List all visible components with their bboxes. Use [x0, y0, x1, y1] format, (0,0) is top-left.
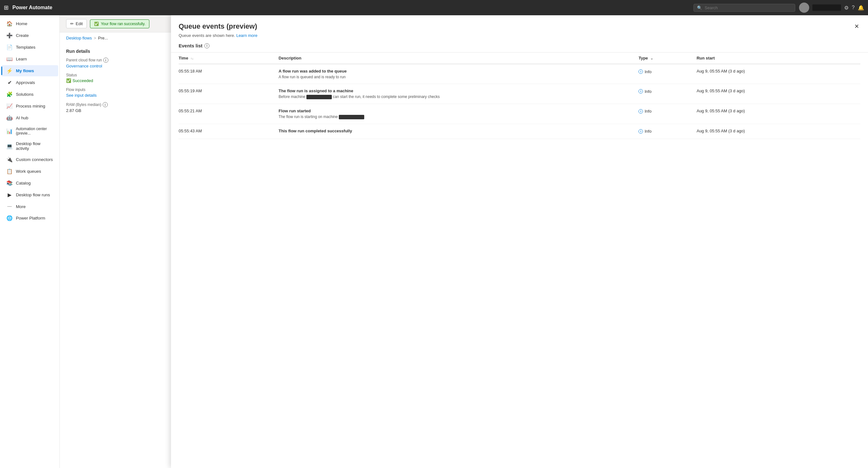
home-icon: 🏠 — [6, 21, 13, 27]
panel-title-row: Queue events (preview) ✕ — [179, 22, 860, 31]
sidebar-item-solutions[interactable]: 🧩 Solutions — [1, 89, 58, 100]
search-input[interactable] — [705, 5, 792, 10]
events-table: Time ↑↓ Description Type ⌄ Run — [179, 53, 860, 139]
sidebar-item-label: Templates — [16, 45, 36, 50]
breadcrumb-desktop-flows[interactable]: Desktop flows — [66, 36, 92, 40]
sidebar-item-custom-connectors[interactable]: 🔌 Custom connectors — [1, 154, 58, 165]
panel-header: Queue events (preview) ✕ Queue events ar… — [171, 15, 868, 53]
success-icon: ✅ — [94, 22, 99, 26]
cell-type-2: i Info — [639, 84, 697, 104]
panel-close-button[interactable]: ✕ — [853, 22, 860, 31]
sidebar-item-label: Catalog — [16, 181, 31, 185]
cell-time-4: 05:55:43 AM — [179, 124, 279, 139]
sidebar-item-label: More — [16, 204, 26, 209]
sidebar-item-process-mining[interactable]: 📈 Process mining — [1, 100, 58, 112]
sidebar-item-my-flows[interactable]: ⚡ My flows — [1, 65, 58, 76]
sidebar-item-create[interactable]: ➕ Create — [1, 30, 58, 41]
check-icon: ✅ — [66, 78, 71, 83]
type-badge-3: i Info — [639, 109, 652, 114]
col-description: Description — [279, 53, 639, 64]
success-banner: ✅ Your flow ran successfully. — [90, 20, 149, 28]
sidebar-item-label: Approvals — [16, 80, 35, 85]
sidebar-item-automation-center[interactable]: 📊 Automation center (previe... — [1, 124, 58, 138]
cell-type-3: i Info — [639, 104, 697, 124]
info-dot-icon: i — [639, 109, 643, 114]
sidebar-item-home[interactable]: 🏠 Home — [1, 18, 58, 29]
catalog-icon: 📚 — [6, 180, 13, 186]
redacted-machine-name-2 — [339, 115, 364, 119]
sidebar-item-label: Automation center (previe... — [16, 127, 53, 136]
grid-icon[interactable]: ⊞ — [4, 4, 8, 11]
sidebar: 🏠 Home ➕ Create 📄 Templates 📖 Learn ⚡ My… — [0, 15, 60, 468]
ram-info-icon: i — [103, 102, 108, 107]
panel-body: Time ↑↓ Description Type ⌄ Run — [171, 53, 868, 468]
sidebar-item-label: My flows — [16, 68, 34, 73]
cell-time-2: 05:55:19 AM — [179, 84, 279, 104]
sidebar-item-label: Desktop flow runs — [16, 193, 50, 197]
info-dot-icon: i — [639, 89, 643, 93]
cell-type-1: i Info — [639, 64, 697, 84]
sidebar-item-label: AI hub — [16, 116, 28, 120]
cell-runstart-4: Aug 9, 05:55 AM (3 d ago) — [697, 124, 860, 139]
custom-connectors-icon: 🔌 — [6, 156, 13, 163]
search-icon: 🔍 — [697, 5, 702, 10]
sidebar-item-desktop-flow-activity[interactable]: 💻 Desktop flow activity — [1, 139, 58, 153]
redacted-machine-name-1 — [306, 95, 332, 99]
sidebar-item-catalog[interactable]: 📚 Catalog — [1, 178, 58, 189]
redacted-name — [812, 4, 841, 11]
sidebar-item-desktop-flow-runs[interactable]: ▶ Desktop flow runs — [1, 189, 58, 200]
sidebar-item-work-queues[interactable]: 📋 Work queues — [1, 166, 58, 177]
topbar: ⊞ Power Automate 🔍 ⚙ ? 🔔 — [0, 0, 868, 15]
cell-desc-2: The flow run is assigned to a machine Be… — [279, 84, 639, 104]
approvals-icon: ✔ — [6, 80, 13, 86]
table-header-row: Time ↑↓ Description Type ⌄ Run — [179, 53, 860, 64]
sidebar-item-label: Work queues — [16, 169, 41, 174]
cell-desc-4: This flow run completed successfully — [279, 124, 639, 139]
col-time: Time ↑↓ — [179, 53, 279, 64]
search-bar[interactable]: 🔍 — [693, 4, 795, 12]
info-icon: i — [103, 58, 108, 63]
templates-icon: 📄 — [6, 44, 13, 50]
work-queues-icon: 📋 — [6, 168, 13, 174]
help-icon[interactable]: ? — [852, 5, 855, 10]
edit-icon: ✏ — [70, 21, 74, 26]
notifications-icon[interactable]: 🔔 — [858, 5, 864, 11]
sidebar-item-label: Custom connectors — [16, 157, 53, 162]
panel-title: Queue events (preview) — [179, 22, 257, 31]
queue-events-panel: Queue events (preview) ✕ Queue events ar… — [171, 15, 868, 468]
sidebar-item-more[interactable]: ··· More — [1, 201, 58, 212]
sidebar-item-approvals[interactable]: ✔ Approvals — [1, 77, 58, 88]
sidebar-item-learn[interactable]: 📖 Learn — [1, 54, 58, 65]
edit-button[interactable]: ✏ Edit — [66, 19, 87, 28]
app-brand: Power Automate — [12, 5, 690, 10]
sidebar-item-label: Process mining — [16, 104, 45, 109]
my-flows-icon: ⚡ — [6, 68, 13, 74]
sidebar-item-label: Create — [16, 33, 29, 38]
col-type: Type ⌄ — [639, 53, 697, 64]
type-filter-icon[interactable]: ⌄ — [650, 56, 653, 60]
more-icon: ··· — [6, 204, 13, 209]
cell-desc-1: A flow run was added to the queue A flow… — [279, 64, 639, 84]
desktop-flow-runs-icon: ▶ — [6, 192, 13, 198]
avatar[interactable] — [799, 3, 809, 13]
sidebar-item-templates[interactable]: 📄 Templates — [1, 42, 58, 53]
power-platform-icon: 🌐 — [6, 215, 13, 221]
table-row: 05:55:21 AM Flow run started The flow ru… — [179, 104, 860, 124]
learn-more-link[interactable]: Learn more — [236, 33, 257, 38]
col-run-start: Run start — [697, 53, 860, 64]
ai-hub-icon: 🤖 — [6, 115, 13, 121]
sidebar-item-label: Home — [16, 21, 27, 26]
cell-type-4: i Info — [639, 124, 697, 139]
type-badge-1: i Info — [639, 69, 652, 74]
type-badge-4: i Info — [639, 129, 652, 134]
time-sort-icons[interactable]: ↑↓ — [191, 57, 193, 60]
learn-icon: 📖 — [6, 56, 13, 62]
cell-desc-3: Flow run started The flow run is startin… — [279, 104, 639, 124]
sidebar-item-power-platform[interactable]: 🌐 Power Platform — [1, 212, 58, 224]
sidebar-item-ai-hub[interactable]: 🤖 AI hub — [1, 112, 58, 123]
table-row: 05:55:19 AM The flow run is assigned to … — [179, 84, 860, 104]
main-wrapper: 🏠 Home ➕ Create 📄 Templates 📖 Learn ⚡ My… — [0, 15, 868, 468]
sidebar-item-label: Desktop flow activity — [16, 141, 53, 151]
settings-icon[interactable]: ⚙ — [844, 5, 848, 11]
panel-subtitle: Queue events are shown here. Learn more — [179, 33, 860, 38]
